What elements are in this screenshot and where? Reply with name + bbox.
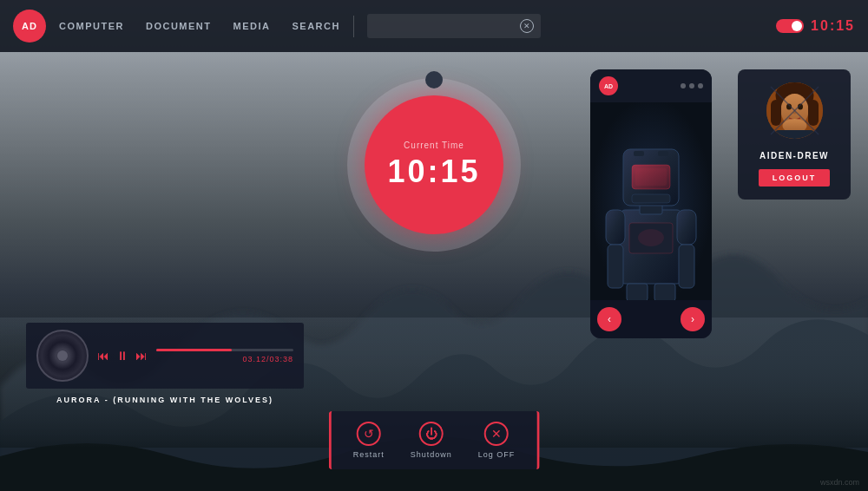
clock-inner: Current Time 10:15 — [365, 95, 503, 234]
playback-controls: ⏮ ⏸ ⏭ — [97, 349, 148, 363]
robot-illustration — [590, 102, 712, 300]
logoff-label: Log OFF — [478, 450, 516, 459]
phone-dot-1 — [681, 83, 686, 88]
svg-rect-24 — [808, 100, 819, 126]
restart-label: Restart — [353, 450, 385, 459]
prev-button[interactable]: ⏮ — [97, 349, 109, 363]
svg-rect-13 — [632, 194, 670, 203]
next-button[interactable]: ⏭ — [135, 349, 148, 363]
shutdown-button[interactable]: ⏻ Shutdown — [411, 422, 452, 459]
progress-fill — [156, 349, 232, 351]
system-buttons: ↺ Restart ⏻ Shutdown ✕ Log OFF — [329, 411, 540, 469]
avatar — [766, 82, 823, 139]
pause-button[interactable]: ⏸ — [116, 349, 128, 363]
navbar: AD COMPUTER DOCUMENT MEDIA SEARCH ✕ 10:1… — [0, 0, 868, 52]
nav-item-document[interactable]: DOCUMENT — [146, 16, 212, 36]
phone-logo: AD — [599, 76, 618, 95]
svg-rect-16 — [627, 284, 648, 300]
svg-rect-5 — [606, 210, 625, 245]
shutdown-label: Shutdown — [411, 450, 452, 459]
shutdown-icon: ⏻ — [419, 422, 444, 446]
clock-dot — [425, 71, 443, 88]
phone-navigation: ‹ › — [590, 300, 712, 338]
avatar-wrap — [766, 82, 823, 142]
svg-rect-29 — [775, 130, 814, 139]
progress-section: 03.12/03:38 — [156, 349, 293, 363]
progress-bar[interactable] — [156, 349, 293, 351]
phone-next-button[interactable]: › — [681, 307, 705, 331]
phone-image-area — [590, 102, 712, 300]
music-title: AURORA - (RUNNING WITH THE WOLVES) — [56, 396, 273, 404]
nav-items: COMPUTER DOCUMENT MEDIA SEARCH — [59, 16, 340, 36]
time-toggle-area: 10:15 — [776, 18, 855, 34]
clock-label: Current Time — [404, 141, 464, 150]
phone-prev-button[interactable]: ‹ — [597, 307, 621, 331]
phone-widget: AD — [590, 69, 712, 338]
clock-widget: Current Time 10:15 — [347, 78, 521, 252]
nav-divider — [353, 16, 354, 37]
search-input[interactable] — [374, 21, 520, 31]
svg-rect-23 — [771, 100, 781, 126]
svg-rect-17 — [654, 284, 675, 300]
svg-rect-11 — [634, 151, 644, 156]
nav-clock: 10:15 — [811, 18, 855, 34]
progress-time: 03.12/03:38 — [156, 355, 293, 363]
clock-outer-ring: Current Time 10:15 — [347, 78, 521, 252]
toggle-knob — [792, 21, 802, 31]
svg-rect-10 — [635, 168, 667, 186]
svg-point-4 — [638, 229, 664, 246]
phone-dot-2 — [689, 83, 694, 88]
search-clear-button[interactable]: ✕ — [520, 19, 534, 33]
nav-item-search[interactable]: SEARCH — [292, 16, 339, 36]
restart-button[interactable]: ↺ Restart — [353, 422, 385, 459]
phone-header: AD — [590, 69, 712, 102]
nav-item-computer[interactable]: COMPUTER — [59, 16, 124, 36]
restart-icon: ↺ — [357, 422, 381, 446]
logoff-button[interactable]: ✕ Log OFF — [478, 422, 516, 459]
vinyl-disc — [36, 330, 89, 382]
svg-rect-14 — [608, 245, 623, 288]
music-controls-row: ⏮ ⏸ ⏭ 03.12/03:38 — [26, 323, 304, 389]
music-player: ⏮ ⏸ ⏭ 03.12/03:38 AURORA - (RUNNING WITH… — [26, 323, 304, 404]
watermark: wsxdn.com — [820, 478, 859, 487]
svg-rect-15 — [679, 245, 694, 288]
search-bar[interactable]: ✕ — [367, 14, 541, 38]
svg-rect-6 — [677, 210, 696, 245]
logout-button[interactable]: LOGOUT — [759, 169, 831, 187]
logoff-icon: ✕ — [484, 422, 509, 446]
user-name: AIDEN-DREW — [760, 151, 829, 160]
user-card: AIDEN-DREW LOGOUT — [738, 69, 851, 200]
nav-logo[interactable]: AD — [13, 10, 46, 43]
clock-time: 10:15 — [387, 154, 480, 190]
svg-rect-12 — [658, 151, 668, 156]
nav-item-media[interactable]: MEDIA — [233, 16, 271, 36]
phone-dot-3 — [698, 83, 703, 88]
phone-dots — [681, 83, 703, 88]
theme-toggle[interactable] — [776, 19, 804, 33]
